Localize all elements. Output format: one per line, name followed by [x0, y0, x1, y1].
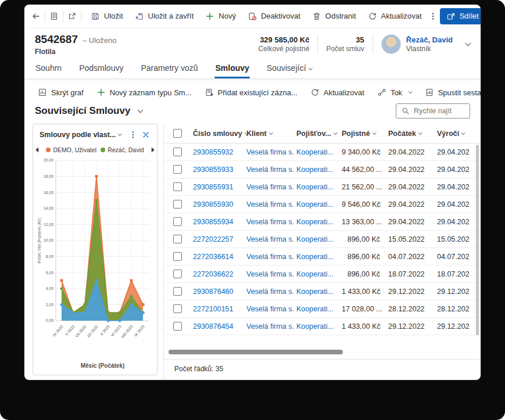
- chevron-down-icon: [138, 107, 144, 113]
- row-checkbox[interactable]: [173, 200, 182, 209]
- column-header-3[interactable]: Pojišťov...: [294, 124, 339, 143]
- cell-klient[interactable]: Veselá firma s....: [244, 283, 294, 300]
- select-all-checkbox[interactable]: [173, 129, 182, 138]
- cell-klient[interactable]: Veselá firma s....: [244, 231, 294, 248]
- legend-entry[interactable]: DEMO, Uživatel: [46, 146, 96, 153]
- quick-find-box[interactable]: [396, 103, 470, 119]
- cell-vro: 29.04.202: [435, 213, 481, 231]
- vertical-scrollbar[interactable]: [476, 145, 479, 335]
- cell-klient[interactable]: Veselá firma s....: [244, 265, 294, 283]
- cell-slosmlouvy[interactable]: 2930855930: [191, 196, 244, 213]
- column-header-1[interactable]: Číslo smlouvy: [191, 124, 244, 143]
- cell-pojiov[interactable]: Kooperati...: [294, 265, 339, 283]
- column-header-6[interactable]: Výročí: [435, 124, 481, 143]
- chart-close-button[interactable]: [139, 129, 152, 141]
- cell-potek: 18.07.2022: [386, 265, 435, 283]
- cell-klient[interactable]: Veselá firma s....: [244, 318, 294, 335]
- horizontal-scrollbar[interactable]: [169, 350, 472, 356]
- cell-pojiov[interactable]: Kooperati...: [294, 300, 339, 318]
- owner-block[interactable]: Řezáč, David Vlastník: [381, 34, 470, 54]
- area-chart[interactable]: 0,002,004,006,008,0010,0012,0014,0016,00…: [36, 156, 152, 347]
- cell-slosmlouvy[interactable]: 2272100151: [191, 300, 244, 318]
- stat-total-premium: 329 585,00 Kč Celkové pojistné: [258, 35, 309, 53]
- refresh-grid-button[interactable]: Aktualizovat: [305, 85, 370, 100]
- row-checkbox[interactable]: [173, 287, 182, 296]
- cell-klient[interactable]: Veselá firma s....: [244, 178, 294, 196]
- hide-chart-button[interactable]: Skrýt graf: [33, 85, 89, 100]
- tab-souhrn[interactable]: Souhrn: [35, 58, 62, 78]
- legend-prev-icon[interactable]: [33, 145, 42, 155]
- tab-label: Smlouvy: [215, 63, 249, 73]
- cell-slosmlouvy[interactable]: 2930855934: [191, 213, 244, 231]
- share-button[interactable]: Sdílet: [440, 8, 481, 24]
- cell-slosmlouvy[interactable]: 2272036622: [191, 265, 244, 283]
- cell-pojiov[interactable]: Kooperati...: [294, 248, 339, 265]
- new-button[interactable]: Nový: [200, 9, 241, 24]
- save-close-button[interactable]: Uložit a zavřít: [130, 9, 199, 24]
- cell-pojiov[interactable]: Kooperati...: [294, 283, 339, 300]
- legend-label: Řezáč, David: [108, 146, 144, 153]
- column-header-5[interactable]: Počátek: [386, 124, 435, 143]
- svg-text:6,00: 6,00: [46, 271, 53, 275]
- row-checkbox[interactable]: [173, 165, 182, 174]
- cell-pojiov[interactable]: Kooperati...: [294, 196, 339, 213]
- row-checkbox[interactable]: [173, 322, 182, 331]
- cell-klient[interactable]: Veselá firma s....: [244, 196, 294, 213]
- cell-klient[interactable]: Veselá firma s....: [244, 248, 294, 265]
- cell-slosmlouvy[interactable]: 2930876454: [191, 318, 244, 335]
- flow-label: Tok: [391, 88, 402, 97]
- view-selector[interactable]: Související Smlouvy: [35, 105, 142, 117]
- cell-pojiov[interactable]: Kooperati...: [294, 178, 339, 196]
- row-checkbox[interactable]: [173, 304, 182, 313]
- row-checkbox[interactable]: [173, 182, 182, 191]
- cell-slosmlouvy[interactable]: 2930876460: [191, 283, 244, 300]
- column-header-2[interactable]: Klient: [244, 124, 294, 143]
- legend-entry[interactable]: Řezáč, David: [101, 146, 144, 153]
- cell-pojiov[interactable]: Kooperati...: [294, 318, 339, 335]
- cell-pojiov[interactable]: Kooperati...: [294, 161, 339, 178]
- delete-button[interactable]: Odstranit: [307, 9, 361, 24]
- tab-souvisej-c-[interactable]: Související: [266, 58, 312, 78]
- form-selector-button[interactable]: [49, 8, 59, 24]
- column-header-4[interactable]: Pojistné: [339, 124, 386, 143]
- legend-next-icon[interactable]: [148, 145, 157, 155]
- cell-slosmlouvy[interactable]: 2930855933: [191, 161, 244, 178]
- cell-klient[interactable]: Veselá firma s....: [244, 213, 294, 231]
- popout-button[interactable]: [67, 8, 77, 24]
- row-checkbox[interactable]: [173, 235, 182, 243]
- cell-slosmlouvy[interactable]: 2930855932: [191, 143, 244, 161]
- more-commands-button[interactable]: [428, 8, 438, 24]
- cell-pojiov[interactable]: Kooperati...: [294, 213, 339, 231]
- cell-pojiov[interactable]: Kooperati...: [294, 231, 339, 248]
- row-checkbox[interactable]: [173, 217, 182, 226]
- add-existing-button[interactable]: Přidat existující zázna...: [199, 85, 303, 100]
- row-select-cell: [165, 231, 191, 248]
- chart-menu-button[interactable]: [127, 129, 139, 141]
- back-button[interactable]: [31, 8, 41, 24]
- row-checkbox[interactable]: [173, 270, 182, 278]
- cell-klient[interactable]: Veselá firma s....: [244, 143, 294, 161]
- cell-slosmlouvy[interactable]: 2272022257: [191, 231, 244, 248]
- owner-name[interactable]: Řezáč, David: [406, 35, 453, 44]
- row-checkbox[interactable]: [173, 252, 182, 261]
- row-checkbox[interactable]: [173, 148, 182, 156]
- cell-pojiov[interactable]: Kooperati...: [294, 143, 339, 161]
- save-button[interactable]: Uložit: [85, 9, 128, 24]
- quick-find-input[interactable]: [414, 107, 465, 115]
- cell-klient[interactable]: Veselá firma s....: [244, 161, 294, 178]
- app-window: UložitUložit a zavřítNovýDeaktivovatOdst…: [24, 5, 481, 380]
- chevron-down-icon[interactable]: [465, 41, 471, 46]
- cell-slosmlouvy[interactable]: 2930855931: [191, 178, 244, 196]
- tab-parametry-voz-[interactable]: Parametry vozů: [140, 58, 198, 78]
- deactivate-button[interactable]: Deaktivovat: [242, 9, 306, 24]
- cell-slosmlouvy[interactable]: 2272036614: [191, 248, 244, 265]
- tab-podsmlouvy[interactable]: Podsmlouvy: [78, 58, 124, 78]
- refresh-button[interactable]: Aktualizovat: [363, 9, 427, 24]
- tab-smlouvy[interactable]: Smlouvy: [214, 58, 249, 78]
- new-record-button[interactable]: Nový záznam typu Sm...: [91, 85, 197, 100]
- chevron-down-icon[interactable]: [118, 132, 121, 135]
- scrollbar-thumb[interactable]: [169, 350, 343, 354]
- run-report-button[interactable]: Spustit sestavu: [420, 85, 481, 100]
- cell-klient[interactable]: Veselá firma s....: [244, 300, 294, 318]
- flow-button[interactable]: Tok: [372, 85, 417, 100]
